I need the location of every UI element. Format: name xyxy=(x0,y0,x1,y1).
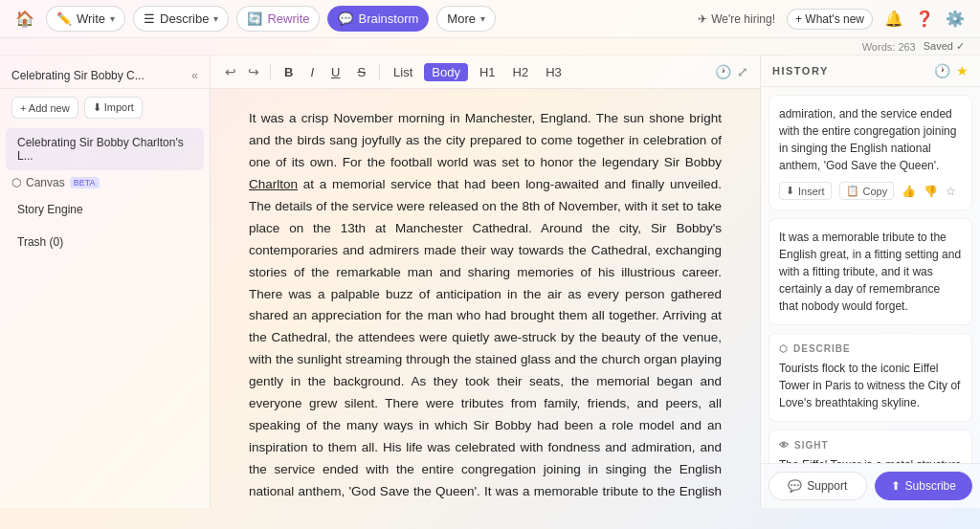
describe-card: ⬡ DESCRIBE Tourists flock to the iconic … xyxy=(768,333,972,422)
history-item-2-text: It was a memorable tribute to the Englis… xyxy=(779,231,961,313)
support-button[interactable]: 💬 Support xyxy=(768,472,867,500)
sidebar-canvas-item[interactable]: ⬡ Canvas BETA xyxy=(0,172,210,193)
describe-icon: ☰ xyxy=(144,11,155,26)
italic-button[interactable]: I xyxy=(304,63,320,81)
sidebar-doc-title: Celebrating Sir Bobby C... xyxy=(11,69,145,82)
hiring-link[interactable]: ✈ We're hiring! xyxy=(698,12,775,26)
h3-button[interactable]: H3 xyxy=(540,63,568,81)
sidebar-trash[interactable]: Trash (0) xyxy=(6,228,204,256)
editor-text: It was a crisp November morning in Manch… xyxy=(249,108,722,508)
sight-text: The Eiffel Tower is a metal structure th… xyxy=(779,456,962,463)
insert-button[interactable]: ⬇ Insert xyxy=(779,182,832,200)
editor-content[interactable]: It was a crisp November morning in Manch… xyxy=(211,89,760,508)
describe-chevron-icon: ▾ xyxy=(213,13,218,24)
describe-label-text: DESCRIBE xyxy=(793,343,851,354)
h1-button[interactable]: H1 xyxy=(474,63,501,81)
copy-label: Copy xyxy=(863,186,888,197)
sidebar-story-engine[interactable]: Story Engine xyxy=(6,195,204,224)
panel-footer: 💬 Support ⬆ Subscribe xyxy=(761,463,980,508)
insert-label: Insert xyxy=(798,186,825,197)
more-button[interactable]: More ▾ xyxy=(436,6,496,32)
history-item-1: admiration, and the service ended with t… xyxy=(768,95,972,210)
toolbar-divider-1 xyxy=(270,64,271,79)
sidebar-item-doc[interactable]: Celebrating Sir Bobby Charlton's L... xyxy=(6,128,204,170)
toolbar-expand-icon[interactable]: ⤢ xyxy=(737,64,748,79)
main-layout: Celebrating Sir Bobby C... « + Add new ⬇… xyxy=(0,55,980,508)
support-icon: 💬 xyxy=(788,479,802,493)
home-icon[interactable]: 🏠 xyxy=(15,10,34,28)
more-label: More xyxy=(447,11,476,26)
sidebar: Celebrating Sir Bobby C... « + Add new ⬇… xyxy=(0,55,211,508)
rewrite-icon: 🔄 xyxy=(247,11,262,26)
history-title: HISTORY xyxy=(772,65,829,77)
history-items-list: admiration, and the service ended with t… xyxy=(761,87,980,463)
describe-text: Tourists flock to the iconic Eiffel Towe… xyxy=(779,360,962,411)
help-icon[interactable]: ❓ xyxy=(915,10,934,28)
sight-section-icon: 👁 xyxy=(779,440,790,451)
hiring-label: We're hiring! xyxy=(711,12,775,26)
sight-section-label: 👁 SIGHT xyxy=(779,440,962,451)
word-count-bar: Words: 263 Saved ✓ xyxy=(0,38,980,55)
canvas-icon: ⬡ xyxy=(11,176,21,189)
trash-label: Trash (0) xyxy=(17,235,63,249)
sidebar-item-doc-label: Celebrating Sir Bobby Charlton's L... xyxy=(17,136,184,163)
beta-badge: BETA xyxy=(70,177,100,188)
redo-icon[interactable]: ↪ xyxy=(245,61,262,82)
favorite-icon[interactable]: ☆ xyxy=(946,183,956,200)
editor-area: ↩ ↪ B I U S List Body H1 H2 H3 🕐 ⤢ It wa… xyxy=(211,55,760,508)
describe-button[interactable]: ☰ Describe ▾ xyxy=(133,6,229,32)
h2-button[interactable]: H2 xyxy=(507,63,535,81)
whats-new-button[interactable]: + What's new xyxy=(787,9,873,30)
brainstorm-label: Brainstorm xyxy=(358,11,418,26)
list-button[interactable]: List xyxy=(388,63,418,81)
more-chevron-icon: ▾ xyxy=(480,13,485,24)
subscribe-icon: ⬆ xyxy=(891,479,901,493)
support-label: Support xyxy=(807,479,847,493)
history-clock-icon[interactable]: 🕐 xyxy=(934,63,950,78)
toolbar-right: 🕐 ⤢ xyxy=(715,64,748,79)
rewrite-button[interactable]: 🔄 Rewrite xyxy=(236,6,320,32)
right-panel: HISTORY 🕐 ★ admiration, and the service … xyxy=(760,55,980,508)
hiring-icon: ✈ xyxy=(698,12,707,26)
sight-card: 👁 SIGHT The Eiffel Tower is a metal stru… xyxy=(768,430,972,463)
import-label: ⬇ Import xyxy=(93,101,134,114)
bold-button[interactable]: B xyxy=(278,63,299,81)
body-button[interactable]: Body xyxy=(424,63,468,81)
subscribe-label: Subscribe xyxy=(905,479,956,493)
history-header: HISTORY 🕐 ★ xyxy=(761,55,980,87)
sidebar-actions: + Add new ⬇ Import xyxy=(0,89,210,126)
settings-icon[interactable]: ⚙️ xyxy=(946,10,965,28)
history-item-1-text: admiration, and the service ended with t… xyxy=(779,107,956,172)
whats-new-label: + What's new xyxy=(795,12,864,26)
word-count-text: Words: 263 xyxy=(862,41,916,53)
history-header-icons: 🕐 ★ xyxy=(934,63,969,78)
insert-icon: ⬇ xyxy=(786,185,794,197)
import-button[interactable]: ⬇ Import xyxy=(84,97,143,119)
nav-right: ✈ We're hiring! + What's new 🔔 ❓ ⚙️ xyxy=(698,9,965,30)
add-new-button[interactable]: + Add new xyxy=(11,97,78,119)
bell-icon[interactable]: 🔔 xyxy=(884,10,903,28)
strikethrough-button[interactable]: S xyxy=(351,63,371,81)
brainstorm-button[interactable]: 💬 Brainstorm xyxy=(327,6,429,32)
write-button[interactable]: ✏️ Write ▾ xyxy=(46,6,125,32)
copy-button[interactable]: 📋 Copy xyxy=(839,182,895,200)
undo-icon[interactable]: ↩ xyxy=(222,61,239,82)
copy-icon: 📋 xyxy=(846,185,859,197)
add-new-label: + Add new xyxy=(20,102,70,114)
history-star-icon[interactable]: ★ xyxy=(956,63,969,78)
canvas-label: Canvas xyxy=(26,176,65,189)
saved-badge: Saved ✓ xyxy=(924,40,965,53)
thumbs-down-icon[interactable]: 👎 xyxy=(924,183,938,200)
underline-button[interactable]: U xyxy=(325,63,345,81)
thumbs-up-icon[interactable]: 👍 xyxy=(902,183,916,200)
rewrite-label: Rewrite xyxy=(267,11,309,26)
story-engine-label: Story Engine xyxy=(17,203,83,216)
toolbar-clock-icon[interactable]: 🕐 xyxy=(715,64,731,79)
write-icon: ✏️ xyxy=(56,11,72,26)
describe-section-label: ⬡ DESCRIBE xyxy=(779,343,962,354)
top-nav: 🏠 ✏️ Write ▾ ☰ Describe ▾ 🔄 Rewrite 💬 Br… xyxy=(0,0,980,38)
sidebar-header: Celebrating Sir Bobby C... « xyxy=(0,63,210,89)
subscribe-button[interactable]: ⬆ Subscribe xyxy=(875,472,973,500)
sidebar-collapse-icon[interactable]: « xyxy=(191,69,198,82)
history-item-1-actions: ⬇ Insert 📋 Copy 👍 👎 ☆ xyxy=(779,182,962,200)
